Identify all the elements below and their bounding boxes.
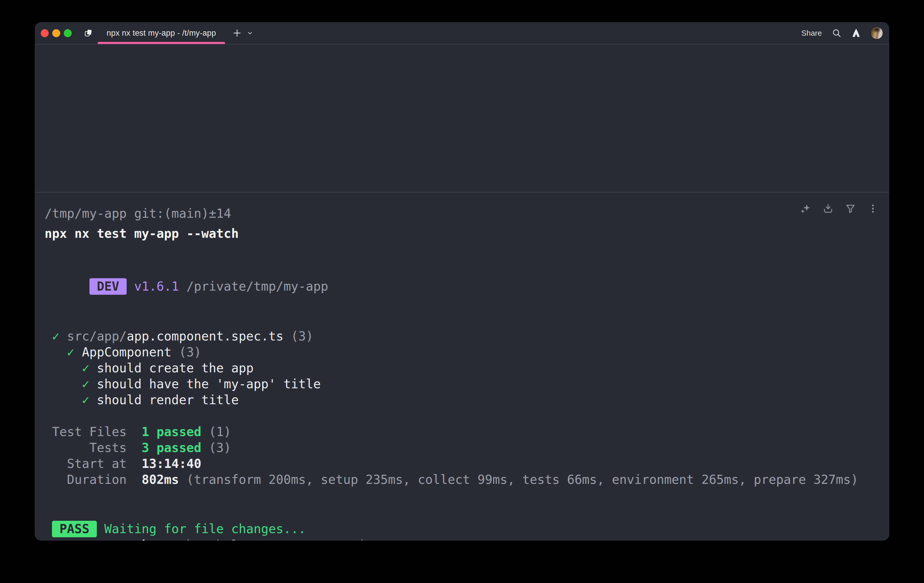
block-header: /tmp/my-app git:(main)±14 (45, 206, 878, 222)
test-case-row: ✓should render title (45, 392, 878, 408)
summary-value: 3 passed (142, 440, 201, 455)
test-file-count: (3) (291, 329, 313, 343)
blocks-icon (84, 29, 93, 38)
test-case-name: should render title (97, 393, 239, 407)
check-icon: ✓ (82, 361, 89, 375)
fullscreen-window-button[interactable] (64, 29, 72, 37)
summary-value: 802ms (142, 473, 179, 487)
check-icon: ✓ (82, 393, 89, 407)
search-icon[interactable] (832, 28, 842, 38)
summary-row: Test Files1 passed(1) (45, 424, 878, 440)
test-case-name: should create the app (97, 361, 254, 375)
help-text: press (97, 538, 142, 540)
ai-sparkle-icon[interactable] (800, 203, 811, 214)
watch-status: PASSWaiting for file changes... press h … (45, 521, 878, 540)
summary-label: Test Files (52, 424, 127, 440)
vitest-dev-line: DEVv1.6.1/private/tmp/my-app (45, 262, 878, 311)
summary-extra: (transform 200ms, setup 235ms, collect 9… (186, 473, 858, 487)
summary-value: 1 passed (142, 425, 201, 439)
help-text: to show help, press (149, 538, 306, 540)
pass-row: PASSWaiting for file changes... (45, 521, 878, 537)
tab-bar-right: Share (802, 27, 889, 39)
test-suite-row: ✓AppComponent(3) (45, 344, 878, 360)
summary-extra: (1) (209, 425, 231, 439)
dev-badge: DEV (89, 278, 127, 295)
test-tree: ✓src/app/app.component.spec.ts(3) ✓AppCo… (45, 328, 878, 408)
check-icon: ✓ (52, 329, 59, 343)
help-row: press h to show help, press q to quit (45, 537, 878, 540)
previous-output-area (35, 44, 889, 192)
check-icon: ✓ (67, 345, 74, 359)
close-window-button[interactable] (41, 29, 49, 37)
minimize-window-button[interactable] (52, 29, 60, 37)
warp-logo-icon[interactable] (851, 28, 861, 38)
test-case-row: ✓should create the app (45, 360, 878, 376)
window-controls (35, 29, 80, 37)
help-text: to quit (313, 538, 373, 540)
tab-bar: npx nx test my-app - /t/my-app Share (35, 22, 889, 44)
terminal-window: npx nx test my-app - /t/my-app Share (35, 22, 889, 540)
test-file-name: app.component.spec.ts (127, 329, 284, 343)
tab-title: npx nx test my-app - /t/my-app (107, 29, 216, 38)
tab-active[interactable]: npx nx test my-app - /t/my-app (98, 22, 225, 44)
share-button[interactable]: Share (802, 29, 822, 38)
tab-active-indicator (98, 42, 225, 44)
waiting-message: Waiting for file changes... (104, 522, 306, 536)
command-block: /tmp/my-app git:(main)±14 (35, 193, 889, 540)
test-file-row: ✓src/app/app.component.spec.ts(3) (45, 328, 878, 344)
command-text: npx nx test my-app --watch (45, 226, 878, 242)
help-key-h: h (142, 538, 149, 540)
more-options-icon[interactable] (868, 203, 878, 214)
chevron-down-icon[interactable] (247, 30, 253, 36)
new-tab-button[interactable] (232, 28, 242, 38)
block-actions (800, 203, 878, 214)
test-case-name: should have the 'my-app' title (97, 377, 321, 391)
check-icon: ✓ (82, 377, 89, 391)
summary-extra: (3) (209, 440, 231, 455)
summary-row: Duration802ms(transform 200ms, setup 235… (45, 472, 878, 488)
summary-row: Tests3 passed(3) (45, 440, 878, 456)
avatar[interactable] (871, 27, 883, 39)
test-summary: Test Files1 passed(1) Tests3 passed(3) S… (45, 424, 878, 488)
summary-label: Start at (52, 456, 127, 472)
help-key-q: q (306, 538, 313, 540)
download-icon[interactable] (823, 203, 833, 214)
summary-row: Start at13:14:40 (45, 456, 878, 472)
summary-value: 13:14:40 (142, 456, 201, 471)
summary-label: Duration (52, 472, 127, 488)
pass-badge: PASS (52, 521, 97, 537)
vitest-cwd: /private/tmp/my-app (186, 279, 328, 293)
test-file-dir: src/app/ (67, 329, 127, 343)
prompt: /tmp/my-app git:(main)±14 (45, 206, 231, 222)
test-case-row: ✓should have the 'my-app' title (45, 376, 878, 392)
test-suite-name: AppComponent (82, 345, 171, 359)
test-suite-count: (3) (179, 345, 201, 359)
filter-icon[interactable] (845, 203, 856, 214)
vitest-version: v1.6.1 (134, 279, 179, 293)
summary-label: Tests (52, 440, 127, 456)
